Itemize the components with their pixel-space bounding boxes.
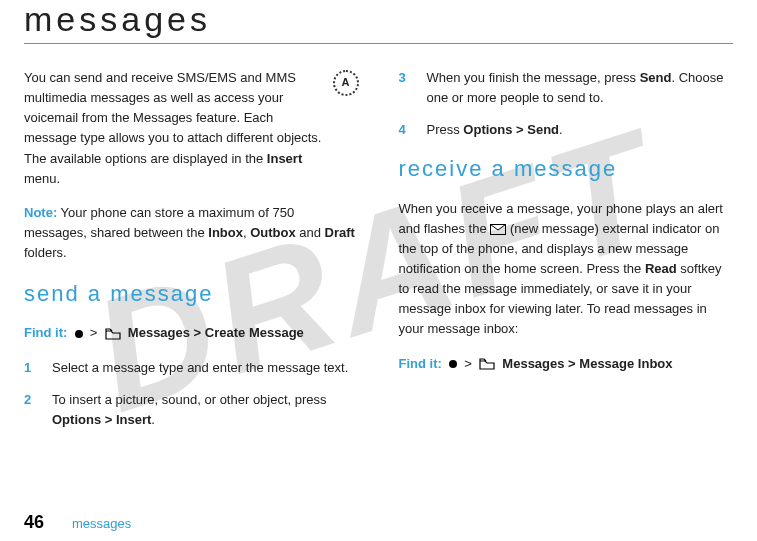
- center-key-icon: [75, 330, 83, 338]
- page-number: 46: [24, 512, 44, 533]
- page-footer: 46 messages: [24, 512, 131, 533]
- message-type-icon: A: [333, 70, 359, 96]
- note-label: Note:: [24, 205, 57, 220]
- step-2: 2 To insert a picture, sound, or other o…: [24, 390, 359, 430]
- receive-paragraph: When you receive a message, your phone p…: [399, 199, 734, 340]
- step-4: 4 Press Options > Send.: [399, 120, 734, 140]
- receive-message-heading: receive a message: [399, 152, 734, 186]
- folder-icon: [105, 328, 121, 340]
- find-it-receive: Find it: > Messages > Message Inbox: [399, 354, 734, 374]
- send-message-heading: send a message: [24, 277, 359, 311]
- step-1: 1 Select a message type and enter the me…: [24, 358, 359, 378]
- step-3: 3 When you finish the message, press Sen…: [399, 68, 734, 108]
- new-message-icon: [490, 224, 506, 235]
- center-key-icon: [449, 360, 457, 368]
- footer-section-tag: messages: [72, 516, 131, 531]
- page-title: messages: [24, 0, 733, 44]
- find-it-send: Find it: > Messages > Create Message: [24, 323, 359, 343]
- folder-icon: [479, 358, 495, 370]
- intro-paragraph: You can send and receive SMS/EMS and MMS…: [24, 68, 323, 189]
- note-paragraph: Note: Your phone can store a maximum of …: [24, 203, 359, 263]
